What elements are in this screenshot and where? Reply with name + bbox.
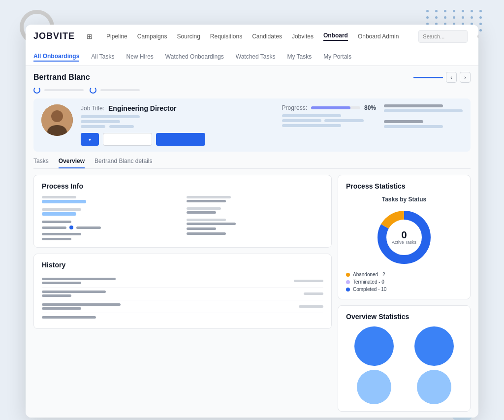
progress-bar-track [311, 106, 360, 109]
history-row-4 [42, 313, 323, 322]
nav-item-jobvites[interactable]: Jobvites [292, 33, 314, 40]
sub-nav-watched-onboardings[interactable]: Watched Onboardings [165, 53, 224, 61]
history-left-1 [42, 278, 116, 284]
progress-line-1 [44, 89, 84, 91]
nav-item-campaigns[interactable]: Campaigns [137, 33, 167, 40]
sub-nav-new-hires[interactable]: New Hires [126, 53, 153, 61]
nav-item-candidates[interactable]: Candidates [252, 33, 282, 40]
p-line-1 [282, 114, 341, 117]
nav-item-onboard[interactable]: Onboard [323, 32, 348, 41]
progress-detail [282, 114, 376, 127]
breadcrumb-nav: ‹ › [413, 72, 471, 83]
loading-spinner [33, 87, 40, 94]
history-row-1 [42, 275, 323, 288]
action-buttons [81, 133, 274, 146]
info-lines [81, 115, 274, 128]
overview-stats-panel: Overview Statistics [338, 305, 471, 412]
history-row-2 [42, 288, 323, 300]
person-name: Bertrand Blanc [33, 73, 90, 82]
legend-label-abandoned: Abandoned - 2 [353, 272, 385, 277]
field-sub-2 [76, 226, 101, 229]
person-header: Bertrand Blanc ‹ › [33, 72, 471, 83]
action-button-1[interactable] [103, 133, 152, 146]
left-col: Process Info [33, 175, 332, 412]
nav-dot-1 [477, 34, 478, 39]
h-line-3 [42, 291, 106, 293]
field-4 [187, 196, 323, 202]
svg-point-1 [51, 110, 63, 122]
field-label-5 [187, 207, 221, 210]
h-line-7 [42, 316, 96, 319]
top-nav: JOBVITE ⊞ Pipeline Campaigns Sourcing Re… [26, 25, 478, 48]
field-label-1 [42, 196, 76, 198]
dropdown-button[interactable] [81, 133, 99, 146]
next-arrow[interactable]: › [460, 72, 471, 83]
nav-item-sourcing[interactable]: Sourcing [177, 33, 200, 40]
r-line-4 [384, 125, 443, 128]
history-right-3 [299, 305, 323, 308]
sub-nav-all-tasks[interactable]: All Tasks [91, 53, 114, 61]
prev-arrow[interactable]: ‹ [446, 72, 457, 83]
legend-dot-completed [346, 288, 350, 291]
employee-card: Job Title: Engineering Director [33, 98, 471, 152]
h-line-2 [42, 282, 81, 284]
employee-photo [41, 104, 73, 136]
progress-row [33, 87, 471, 94]
field-value-4 [42, 233, 81, 235]
loading-spinner-2 [90, 87, 96, 94]
field-value-3 [42, 221, 71, 223]
sub-nav-all-onboardings[interactable]: All Onboardings [33, 53, 79, 62]
nav-item-pipeline[interactable]: Pipeline [106, 33, 127, 40]
grid-icon[interactable]: ⊞ [87, 32, 93, 40]
r-line-2 [384, 109, 463, 112]
tab-tasks[interactable]: Tasks [33, 158, 49, 168]
dropdown-icon [89, 136, 91, 143]
donut-number: 0 [392, 230, 416, 240]
right-col: Process Statistics Tasks by Status [338, 175, 471, 412]
tab-details[interactable]: Bertrand Blanc details [94, 158, 152, 168]
r-line-1 [384, 104, 443, 107]
field-value-2 [42, 212, 76, 216]
legend-dot-abandoned [346, 273, 350, 277]
donut-center: 0 Active Tasks [392, 230, 416, 245]
field-6 [187, 219, 323, 235]
field-value-1 [42, 200, 86, 203]
info-col-1 [42, 196, 179, 240]
history-left-4 [42, 316, 96, 319]
chart-legend: Abandoned - 2 Terminated - 0 Completed -… [346, 272, 462, 292]
history-right-1 [294, 280, 323, 282]
field-label-2 [42, 208, 81, 211]
field-value-4b [187, 200, 226, 202]
info-line-2 [81, 120, 120, 123]
p-line-4 [282, 124, 341, 127]
nav-item-requisitions[interactable]: Requisitions [210, 33, 242, 40]
content-tabs: Tasks Overview Bertrand Blanc details [33, 158, 471, 169]
history-panel: History [33, 254, 332, 329]
legend-item-abandoned: Abandoned - 2 [346, 272, 462, 277]
history-row-3 [42, 300, 323, 313]
stat-circle-1 [354, 326, 394, 366]
sub-nav-my-tasks[interactable]: My Tasks [287, 53, 312, 61]
info-col-2 [187, 196, 323, 240]
h-line-6 [42, 307, 81, 310]
info-line-3 [81, 125, 105, 128]
tab-overview[interactable]: Overview [59, 158, 85, 168]
overview-stats-title: Overview Statistics [346, 313, 462, 321]
donut-chart-container: 0 Active Tasks [346, 208, 462, 267]
nav-search-input[interactable] [418, 30, 468, 43]
sub-nav-my-portals[interactable]: My Portals [323, 53, 351, 61]
nav-item-onboard-admin[interactable]: Onboard Admin [358, 33, 399, 40]
logo: JOBVITE [33, 31, 75, 41]
field-3 [42, 221, 179, 240]
h-line-4 [42, 294, 71, 297]
legend-label-terminated: Terminated - 0 [353, 279, 384, 285]
h-line-5 [42, 303, 121, 306]
action-button-2[interactable] [156, 133, 205, 146]
progress-label-row: Progress: 80% [282, 104, 376, 111]
two-col-layout: Process Info [33, 175, 471, 412]
stat-circle-3 [357, 370, 391, 404]
sub-nav-watched-tasks[interactable]: Watched Tasks [236, 53, 276, 61]
info-grid [42, 196, 323, 240]
history-title: History [42, 261, 323, 269]
field-label-4 [187, 196, 231, 198]
